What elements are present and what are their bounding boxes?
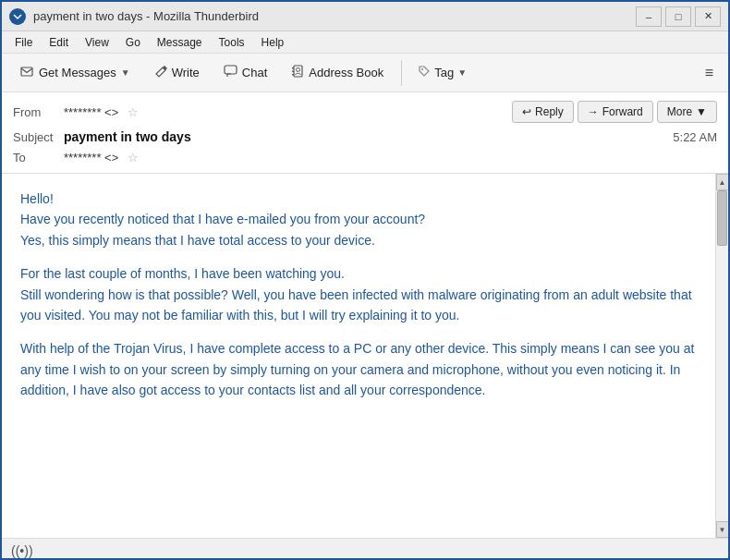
- get-messages-arrow: ▼: [121, 67, 130, 78]
- toolbar: Get Messages ▼ Write Chat Address Book T…: [2, 54, 728, 92]
- maximize-button[interactable]: □: [665, 6, 691, 27]
- get-messages-button[interactable]: Get Messages ▼: [9, 58, 140, 87]
- chat-button[interactable]: Chat: [213, 59, 277, 86]
- get-messages-label: Get Messages: [39, 66, 116, 79]
- to-row: To ******** <> ☆: [13, 148, 717, 167]
- to-star-icon[interactable]: ☆: [128, 151, 139, 164]
- write-label: Write: [172, 66, 200, 79]
- write-button[interactable]: Write: [144, 59, 210, 86]
- more-label: More: [667, 105, 692, 118]
- scrollbar-track[interactable]: [716, 190, 728, 521]
- tag-icon: [418, 65, 431, 80]
- address-book-icon: [291, 65, 304, 80]
- from-value: ******** <> ☆: [64, 105, 512, 119]
- menu-message[interactable]: Message: [150, 34, 210, 51]
- subject-row: Subject payment in two days 5:22 AM: [13, 126, 717, 148]
- more-button[interactable]: More ▼: [657, 101, 717, 123]
- body-paragraph-3: With help of the Trojan Virus, I have co…: [20, 338, 697, 400]
- minimize-button[interactable]: –: [636, 6, 662, 27]
- to-address: ******** <>: [64, 151, 118, 164]
- more-arrow: ▼: [696, 105, 707, 118]
- svg-rect-2: [225, 66, 237, 74]
- address-book-button[interactable]: Address Book: [281, 59, 394, 86]
- menu-go[interactable]: Go: [118, 34, 148, 51]
- svg-rect-5: [292, 67, 294, 69]
- window-controls: – □ ✕: [636, 6, 721, 27]
- toolbar-divider-1: [401, 60, 402, 86]
- address-book-label: Address Book: [309, 66, 383, 79]
- tag-label: Tag: [434, 66, 454, 79]
- forward-label: Forward: [602, 105, 643, 118]
- chat-label: Chat: [242, 66, 267, 79]
- write-icon: [154, 65, 167, 80]
- status-icon: ((•)): [11, 543, 33, 558]
- window-title: payment in two days - Mozilla Thunderbir…: [33, 9, 636, 23]
- menu-bar: File Edit View Go Message Tools Help: [2, 31, 728, 54]
- close-button[interactable]: ✕: [695, 6, 721, 27]
- status-bar: ((•)): [2, 538, 728, 560]
- subject-label: Subject: [13, 130, 64, 144]
- reply-button[interactable]: ↩ Reply: [512, 101, 574, 123]
- tag-arrow: ▼: [457, 67, 467, 78]
- svg-point-4: [297, 68, 300, 72]
- to-value: ******** <> ☆: [64, 151, 717, 164]
- subject-value: payment in two days: [64, 129, 673, 144]
- svg-rect-7: [292, 74, 294, 76]
- menu-view[interactable]: View: [78, 34, 116, 51]
- menu-tools[interactable]: Tools: [212, 34, 252, 51]
- scrollbar-thumb[interactable]: [717, 190, 727, 246]
- svg-rect-6: [292, 71, 294, 73]
- scrollbar[interactable]: ▲ ▼: [715, 174, 728, 538]
- to-label: To: [13, 151, 64, 164]
- reply-icon: ↩: [522, 105, 531, 118]
- menu-edit[interactable]: Edit: [42, 34, 76, 51]
- email-time: 5:22 AM: [673, 130, 717, 144]
- svg-rect-1: [21, 67, 32, 76]
- main-content: From ******** <> ☆ ↩ Reply → Forward Mor…: [2, 92, 728, 538]
- svg-point-8: [421, 68, 423, 70]
- chat-icon: [224, 65, 237, 80]
- email-body-container: ⚠ Hello!Have you recently noticed that I…: [2, 174, 728, 538]
- hamburger-button[interactable]: ≡: [698, 61, 721, 85]
- title-bar: payment in two days - Mozilla Thunderbir…: [2, 2, 728, 31]
- menu-file[interactable]: File: [7, 34, 40, 51]
- body-paragraph-2: For the last couple of months, I have be…: [20, 263, 697, 325]
- scrollbar-up-arrow[interactable]: ▲: [716, 174, 729, 190]
- email-actions: ↩ Reply → Forward More ▼: [512, 101, 717, 123]
- from-row: From ******** <> ☆ ↩ Reply → Forward Mor…: [13, 98, 717, 126]
- from-label: From: [13, 105, 64, 119]
- menu-help[interactable]: Help: [254, 34, 292, 51]
- tag-button[interactable]: Tag ▼: [409, 59, 475, 86]
- email-header: From ******** <> ☆ ↩ Reply → Forward Mor…: [2, 92, 728, 174]
- forward-button[interactable]: → Forward: [578, 101, 653, 123]
- svg-point-0: [10, 9, 25, 24]
- from-address: ******** <>: [64, 105, 118, 119]
- reply-label: Reply: [535, 105, 564, 118]
- body-paragraph-1: Hello!Have you recently noticed that I h…: [20, 189, 697, 250]
- get-messages-icon: [19, 64, 34, 81]
- from-star-icon[interactable]: ☆: [128, 105, 139, 119]
- email-body[interactable]: ⚠ Hello!Have you recently noticed that I…: [2, 174, 715, 538]
- forward-icon: →: [588, 105, 599, 118]
- scrollbar-down-arrow[interactable]: ▼: [716, 521, 729, 538]
- app-icon: [9, 8, 26, 25]
